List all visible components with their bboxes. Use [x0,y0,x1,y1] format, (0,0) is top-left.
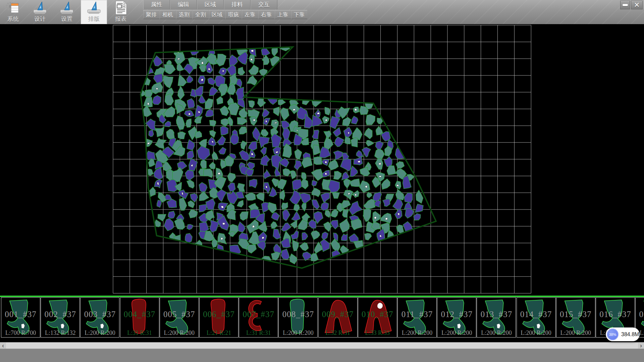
part-thumbnail-014_#37[interactable]: 014_#37L:200 R:200 [517,297,556,338]
app-button-report[interactable]: 报表 [108,0,134,24]
app-button-label: 排版 [88,15,100,23]
part-count-label: L:21 R:21 [200,329,238,337]
part-id-label: 005_#37 [160,310,199,319]
menu-button-interact[interactable]: 交互 [251,0,277,9]
scroll-right-arrow-icon[interactable]: › [638,343,644,349]
part-id-label: 007_#37 [239,310,278,319]
part-id-label: 008_#37 [279,310,317,319]
part-thumbnail-013_#37[interactable]: 013_#37L:200 R:200 [477,297,516,338]
part-count-label: L:31 R:31 [239,329,278,337]
canvas-background [0,24,644,296]
part-thumbnail-012_#37[interactable]: 012_#37L:200 R:200 [437,297,476,338]
minimize-button[interactable] [620,1,630,9]
part-count-label: L:200 R:200 [556,329,595,337]
part-count-label: L:32 R:31 [319,329,357,337]
menu-bar: 属性编辑区域排料交互 [143,0,277,9]
part-thumbnail-003_#37[interactable]: 003_#37L:200 R:200 [80,297,119,338]
part-id-label: 016_#37 [596,310,635,319]
part-id-label: 009_#37 [319,310,357,319]
part-id-label: 011_#37 [398,310,436,319]
part-count-label: L:200 R:200 [398,329,436,337]
parts-thumbnail-strip: 001_#37L:700 R:700002_#37L:132 R:132003_… [0,297,644,342]
menu-button-properties[interactable]: 属性 [143,0,170,9]
part-id-label: 015_#37 [556,310,595,319]
part-count-label: L:200 R:200 [437,329,476,337]
scroll-left-arrow-icon[interactable]: ‹ [0,343,6,349]
application-window: 系统设计设置排版报表 属性编辑区域排料交互 聚排相机选割全割区域瑕疵左靠右靠上靠… [0,0,644,362]
tool-bar: 聚排相机选割全割区域瑕疵左靠右靠上靠下靠 [143,10,307,19]
menu-button-region[interactable]: 区域 [197,0,224,9]
part-count-label: L:200 R:200 [279,329,317,337]
part-thumbnail-015_#37[interactable]: 015_#37L:200 R:200 [556,297,595,338]
app-button-label: 系统 [7,15,19,23]
set-square-icon [86,1,102,15]
app-button-label: 设置 [61,15,72,23]
memory-badge: 38% 384.8M [606,327,640,341]
tool-button-region[interactable]: 区域 [209,10,225,19]
app-button-system[interactable]: 系统 [0,0,26,24]
tool-button-snap-up[interactable]: 上靠 [275,10,291,19]
memory-percent-indicator: 38% [607,328,619,340]
part-thumbnail-002_#37[interactable]: 002_#37L:132 R:132 [41,297,80,338]
app-button-settings[interactable]: 设置 [54,0,80,24]
window-controls: ✕ [620,1,643,9]
close-icon: ✕ [634,1,640,9]
part-count-label: L:200 R:200 [517,329,555,337]
nesting-canvas[interactable] [0,24,644,296]
part-thumbnail-008_#37[interactable]: 008_#37L:200 R:200 [278,297,318,338]
horizontal-scrollbar[interactable]: ‹ › [0,342,644,349]
close-button[interactable]: ✕ [631,1,643,9]
minimize-icon [623,4,628,6]
app-button-design[interactable]: 设计 [27,0,53,24]
tool-button-snap-left[interactable]: 左靠 [242,10,258,19]
set-square-icon [32,1,48,15]
part-id-label: 004_#37 [120,310,159,319]
app-button-layout[interactable]: 排版 [81,0,107,24]
part-id-label: 003_#37 [80,310,119,319]
system-icon [5,1,21,15]
part-count-label: L:700 R:700 [1,329,40,337]
report-icon [114,0,128,15]
part-thumbnail-006_#37[interactable]: 006_#37L:21 R:21 [199,297,238,338]
tool-button-cluster-nest[interactable]: 聚排 [143,10,159,19]
part-count-label: L:200 R:200 [80,329,119,337]
status-bar [0,349,644,362]
part-count-label: L:33 R:33 [358,329,397,337]
part-count-label: L:132 R:132 [41,329,79,337]
part-thumbnail-005_#37[interactable]: 005_#37L:200 R:200 [160,297,199,338]
tool-button-defect[interactable]: 瑕疵 [225,10,241,19]
part-thumbnail-009_#37[interactable]: 009_#37L:32 R:31 [318,297,358,338]
part-thumbnail-011_#37[interactable]: 011_#37L:200 R:200 [397,297,437,338]
part-count-label: L:200 R:200 [477,329,516,337]
menu-button-nesting[interactable]: 排料 [224,0,251,9]
part-count-label: L:200 R:200 [160,329,199,337]
menu-button-edit[interactable]: 编辑 [170,0,197,9]
tool-button-snap-right[interactable]: 右靠 [258,10,274,19]
tool-button-cut-all[interactable]: 全割 [193,10,209,19]
app-button-label: 设计 [34,15,46,23]
part-id-label: 006_#37 [200,310,238,319]
scrollbar-track[interactable] [6,343,638,349]
part-id-label: 012_#37 [437,310,476,319]
set-square-icon [59,1,75,15]
memory-size-label: 384.8M [621,331,639,338]
nesting-drawing [0,24,644,296]
part-id-label: 001_#37 [1,310,40,319]
tool-button-snap-down[interactable]: 下靠 [291,10,307,19]
app-button-label: 报表 [115,15,126,23]
toolbar: 系统设计设置排版报表 属性编辑区域排料交互 聚排相机选割全割区域瑕疵左靠右靠上靠… [0,0,644,24]
part-thumbnail-004_#37[interactable]: 004_#37L:31 R:31 [120,297,159,338]
tool-button-select-cut[interactable]: 选割 [176,10,192,19]
part-thumbnail-001_#37[interactable]: 001_#37L:700 R:700 [1,297,40,338]
part-id-label: 013_#37 [477,310,516,319]
part-id-label: 014_#37 [517,310,555,319]
part-id-label: 017_#37 [636,310,644,319]
part-id-label: 002_#37 [41,310,79,319]
part-thumbnail-007_#37[interactable]: 007_#37L:31 R:31 [239,297,278,338]
part-count-label: L:31 R:31 [120,329,159,337]
part-id-label: 010_#37 [358,310,397,319]
tool-button-camera[interactable]: 相机 [160,10,176,19]
part-thumbnail-010_#37[interactable]: 010_#37L:33 R:33 [358,297,397,338]
